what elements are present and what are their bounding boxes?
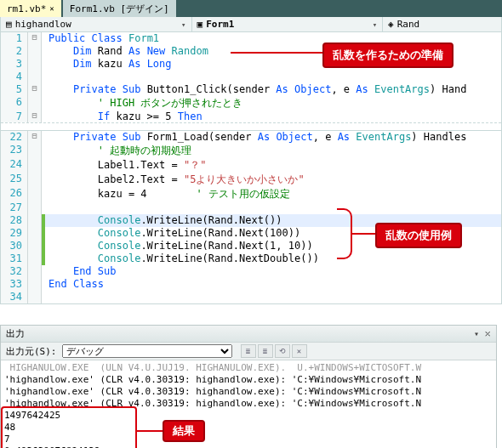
code-line: Private Sub Form1_Load(sender As Object,… bbox=[45, 131, 466, 144]
crumb-member[interactable]: ◈Rand bbox=[383, 17, 501, 31]
toolbar-button[interactable]: ≣ bbox=[258, 344, 273, 358]
output-toolbar: 出力元(S): デバッグ ≣ ≣ ⟲ ✕ bbox=[1, 342, 496, 360]
line-number: 25 bbox=[1, 173, 28, 187]
line-number: 30 bbox=[1, 240, 28, 252]
code-line: Label1.Text = "？" bbox=[45, 158, 206, 173]
line-number: 29 bbox=[1, 227, 28, 240]
fold-icon[interactable]: ⊟ bbox=[28, 83, 42, 96]
output-source-label: 出力元(S): bbox=[6, 345, 57, 358]
line-number: 32 bbox=[1, 265, 28, 278]
code-line: Dim kazu As Long bbox=[45, 58, 172, 71]
tab-active-label: rm1.vb* bbox=[7, 3, 46, 14]
file-tabs: rm1.vb*✕ Form1.vb [デザイン] bbox=[0, 0, 502, 17]
code-line: Label2.Text = "5より大きいか小さいか" bbox=[45, 173, 305, 187]
callout-connector bbox=[137, 430, 163, 432]
output-line: 'highandlow.exe' (CLR v4.0.30319: highan… bbox=[4, 374, 493, 386]
callout-result: 結果 bbox=[163, 420, 205, 442]
code-line: Dim Rand As New Random bbox=[45, 45, 208, 58]
line-number: 27 bbox=[1, 201, 28, 214]
code-line: Private Sub Button1_Click(sender As Obje… bbox=[45, 83, 466, 96]
output-body[interactable]: HIGHANULOW.EXE (ULN V4.U.JUJ19. HIGHANUL… bbox=[1, 360, 496, 448]
result-highlight bbox=[1, 406, 137, 448]
code-line: ' HIGH ボタンが押されたとき bbox=[45, 96, 242, 111]
toolbar-button[interactable]: ≣ bbox=[241, 344, 256, 358]
crumb-class-label: Form1 bbox=[206, 19, 234, 30]
code-line: Console.WriteLine(Rand.Next(100)) bbox=[45, 227, 300, 240]
line-number: 24 bbox=[1, 158, 28, 173]
line-number: 6 bbox=[1, 96, 28, 111]
code-line: Console.WriteLine(Rand.Next()) bbox=[45, 214, 282, 227]
toolbar-button[interactable]: ✕ bbox=[292, 344, 307, 358]
code-line: Console.WriteLine(Rand.NextDouble()) bbox=[45, 252, 319, 265]
toolbar-button[interactable]: ⟲ bbox=[275, 344, 290, 358]
crumb-project[interactable]: ▤highandlow▾ bbox=[1, 17, 192, 31]
chevron-down-icon: ▾ bbox=[181, 20, 185, 29]
code-line: Public Class Form1 bbox=[45, 32, 159, 45]
fold-icon[interactable]: ⊟ bbox=[28, 32, 42, 45]
code-line: End Class bbox=[45, 278, 104, 291]
output-title: 出力 bbox=[6, 327, 25, 340]
crumb-member-label: Rand bbox=[397, 19, 420, 30]
code-line: End Sub bbox=[45, 265, 117, 278]
callout-random-usage: 乱数の使用例 bbox=[375, 223, 462, 248]
line-number: 5 bbox=[1, 83, 28, 96]
member-icon: ◈ bbox=[388, 19, 394, 30]
fold-icon[interactable]: ⊟ bbox=[28, 111, 42, 122]
callout-random-setup: 乱数を作るための準備 bbox=[322, 43, 454, 68]
output-title-bar: 出力 ▾ ⤫ bbox=[1, 326, 496, 342]
close-icon[interactable]: ✕ bbox=[49, 4, 54, 13]
crumb-project-label: highandlow bbox=[15, 19, 71, 30]
callout-connector bbox=[352, 233, 376, 235]
line-number: 22 bbox=[1, 131, 28, 144]
line-number: 1 bbox=[1, 32, 28, 45]
project-icon: ▤ bbox=[6, 19, 12, 30]
output-panel: 出力 ▾ ⤫ 出力元(S): デバッグ ≣ ≣ ⟲ ✕ HIGHANULOW.E… bbox=[0, 325, 497, 448]
output-source-select[interactable]: デバッグ bbox=[62, 344, 232, 358]
code-line: kazu = 4 ' テスト用の仮設定 bbox=[45, 187, 290, 201]
callout-connector bbox=[231, 52, 324, 54]
output-line: HIGHANULOW.EXE (ULN V4.U.JUJ19. HIGHANUL… bbox=[4, 362, 493, 374]
code-line: ' 起動時の初期処理 bbox=[45, 144, 191, 158]
line-number: 26 bbox=[1, 187, 28, 201]
line-number: 28 bbox=[1, 214, 28, 227]
pin-icon[interactable]: ▾ ⤫ bbox=[474, 329, 491, 338]
tab-inactive[interactable]: Form1.vb [デザイン] bbox=[63, 0, 176, 17]
line-number: 33 bbox=[1, 278, 28, 291]
code-line: If kazu >= 5 Then bbox=[45, 111, 203, 122]
fold-icon[interactable]: ⊟ bbox=[28, 131, 42, 144]
code-editor-top[interactable]: 1⊟Public Class Form1 2 Dim Rand As New R… bbox=[0, 32, 502, 123]
code-editor-bottom[interactable]: 22⊟ Private Sub Form1_Load(sender As Obj… bbox=[0, 130, 502, 304]
output-line: 'highandlow.exe' (CLR v4.0.30319: highan… bbox=[4, 386, 493, 398]
line-number: 34 bbox=[1, 291, 28, 303]
crumb-class[interactable]: ▣Form1▾ bbox=[192, 17, 384, 31]
line-number: 3 bbox=[1, 58, 28, 71]
class-icon: ▣ bbox=[197, 19, 203, 30]
tab-active[interactable]: rm1.vb*✕ bbox=[0, 0, 61, 17]
line-number: 7 bbox=[1, 111, 28, 122]
line-number: 4 bbox=[1, 71, 28, 83]
code-line: Console.WriteLine(Rand.Next(1, 10)) bbox=[45, 240, 313, 252]
callout-bracket bbox=[337, 208, 352, 259]
chevron-down-icon: ▾ bbox=[373, 20, 377, 29]
breadcrumb: ▤highandlow▾ ▣Form1▾ ◈Rand bbox=[0, 17, 502, 32]
line-number: 2 bbox=[1, 45, 28, 58]
line-number: 31 bbox=[1, 252, 28, 265]
line-number: 23 bbox=[1, 144, 28, 158]
